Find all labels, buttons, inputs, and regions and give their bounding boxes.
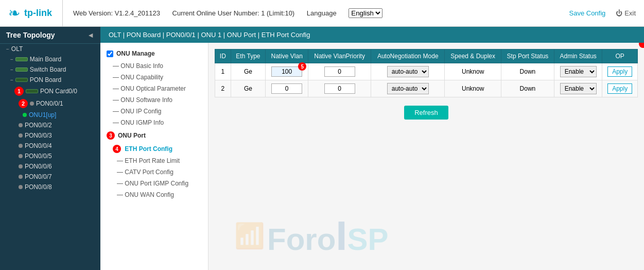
nav-section-header-onu-manage[interactable]: ONU Manage <box>100 47 208 60</box>
exit-button[interactable]: ⏻ Exit <box>616 9 636 17</box>
nav-item-catv-port[interactable]: — CATV Port Config <box>100 166 208 178</box>
sidebar-item-onu1[interactable]: ONU1[up] <box>0 110 100 120</box>
cell-stp-1: Down <box>501 63 554 80</box>
save-config-link[interactable]: Save Config <box>569 9 606 17</box>
logo-icon: ❧ <box>8 5 20 22</box>
cell-native-vlan-2 <box>266 80 308 97</box>
col-admin-status: Admin Status <box>554 49 602 63</box>
apply-button-1[interactable]: Apply <box>607 66 632 77</box>
badge-4: 4 <box>113 145 121 153</box>
cell-admin-2: Enable Disable <box>554 80 602 97</box>
watermark: 📶 ForoISP <box>234 212 389 260</box>
refresh-button[interactable]: Refresh <box>404 106 448 120</box>
cell-vlan-priority-1 <box>308 63 371 80</box>
badge-5: 5 <box>298 62 306 71</box>
dot-icon <box>30 102 34 106</box>
nav-item-eth-port-config[interactable]: 4 ETH Port Config <box>100 143 208 155</box>
nav-section-onu-port: 3 ONU Port 4 ETH Port Config — ETH Port … <box>100 128 208 200</box>
content-body: ONU Manage — ONU Basic Info — ONU Capabi… <box>100 43 644 270</box>
cell-op-1: Apply <box>602 63 638 80</box>
sidebar-item-pon001[interactable]: 2 PON0/0/1 <box>0 97 100 110</box>
dot-icon <box>19 133 23 138</box>
sidebar-item-ponboard[interactable]: − PON Board <box>0 75 100 85</box>
wifi-icon: 📶 <box>234 222 265 250</box>
left-nav: ONU Manage — ONU Basic Info — ONU Capabi… <box>100 43 208 270</box>
expand-icon: − <box>10 77 13 83</box>
cell-id-2: 2 <box>215 80 231 97</box>
sidebar-item-pon002[interactable]: PON0/0/2 <box>0 120 100 130</box>
sidebar-item-pon008[interactable]: PON0/0/8 <box>0 182 100 192</box>
col-op: OP <box>602 49 638 63</box>
admin-select-2[interactable]: Enable Disable <box>560 83 597 94</box>
watermark-text: ForoISP <box>267 212 389 260</box>
logo-area: ❧ tp-link <box>8 0 63 26</box>
auto-neg-select-1[interactable]: auto-auto 100-full 100-half 10-full 10-h… <box>387 66 429 77</box>
nav-item-onu-wan[interactable]: — ONU WAN Config <box>100 189 208 200</box>
cell-stp-2: Down <box>501 80 554 97</box>
sidebar-item-olt[interactable]: − OLT <box>0 44 100 54</box>
cell-vlan-priority-2 <box>308 80 371 97</box>
cell-eth-type-2: Ge <box>231 80 266 97</box>
admin-select-1[interactable]: Enable Disable <box>560 66 597 77</box>
col-native-vlan-priority: Native VlanPriority <box>308 49 371 63</box>
col-id: ID <box>215 49 231 63</box>
native-vlan-input-1[interactable] <box>271 66 302 77</box>
badge-1: 1 <box>14 87 24 96</box>
badge-2: 2 <box>19 99 28 108</box>
apply-button-2[interactable]: Apply <box>607 83 632 94</box>
nav-section-header-onu-port[interactable]: 3 ONU Port <box>100 128 208 143</box>
col-stp-status: Stp Port Status <box>501 49 554 63</box>
sidebar-item-pon003[interactable]: PON0/0/3 <box>0 130 100 141</box>
nav-item-onu-ip[interactable]: — ONU IP Config <box>100 106 208 117</box>
header: ❧ tp-link Web Version: V1.2.4_201123 Cur… <box>0 0 644 27</box>
dot-green-icon <box>23 113 27 117</box>
breadcrumb: OLT | PON Board | PON0/0/1 | ONU 1 | ONU… <box>100 27 644 43</box>
sidebar-title: Tree Topology ◄ <box>0 27 100 44</box>
nav-item-onu-software[interactable]: — ONU Software Info <box>100 94 208 106</box>
dot-icon <box>19 123 23 127</box>
nav-item-onu-basic-info[interactable]: — ONU Basic Info <box>100 60 208 72</box>
native-vlan-input-2[interactable] <box>271 83 302 94</box>
main-layout: Tree Topology ◄ − OLT − Main Board − Swi… <box>0 27 644 270</box>
cell-speed-1: Unknow <box>445 63 501 80</box>
nav-item-eth-rate-limit[interactable]: — ETH Port Rate Limit <box>100 155 208 166</box>
expand-icon: − <box>10 67 13 73</box>
sidebar-item-pon005[interactable]: PON0/0/5 <box>0 151 100 161</box>
pon-board-icon <box>15 78 28 82</box>
sidebar-item-pon004[interactable]: PON0/0/4 <box>0 141 100 151</box>
expand-icon: − <box>10 57 13 62</box>
nav-item-onu-capability[interactable]: — ONU Capability <box>100 72 208 83</box>
dot-icon <box>19 154 23 158</box>
language-select[interactable]: English <box>349 8 382 18</box>
table-row: 1 Ge 5 <box>215 63 638 80</box>
table-row: 2 Ge auto-auto 100-full <box>215 80 638 97</box>
badge-6 <box>639 43 644 48</box>
cell-auto-neg-1: auto-auto 100-full 100-half 10-full 10-h… <box>371 63 445 80</box>
nav-item-onu-optical[interactable]: — ONU Optical Parameter <box>100 83 208 94</box>
nav-item-port-igmp[interactable]: — ONU Port IGMP Config <box>100 178 208 189</box>
nav-item-onu-igmp[interactable]: — ONU IGMP Info <box>100 117 208 128</box>
sidebar-item-switchboard[interactable]: − Switch Board <box>0 64 100 75</box>
header-info: Web Version: V1.2.4_201123 Current Onlin… <box>73 8 559 18</box>
sidebar-item-pon007[interactable]: PON0/0/7 <box>0 172 100 182</box>
sidebar-item-poncard[interactable]: 1 PON Card0/0 <box>0 85 100 97</box>
eth-port-table: ID Eth Type Native Vlan Native VlanPrior… <box>215 49 638 97</box>
nav-section-onu-manage: ONU Manage — ONU Basic Info — ONU Capabi… <box>100 47 208 128</box>
cell-op-2: Apply <box>602 80 638 97</box>
badge-3: 3 <box>107 131 115 140</box>
auto-neg-select-2[interactable]: auto-auto 100-full 100-half 10-full 10-h… <box>387 83 429 94</box>
content-area: OLT | PON Board | PON0/0/1 | ONU 1 | ONU… <box>100 27 644 270</box>
sidebar-toggle-icon[interactable]: ◄ <box>87 31 94 39</box>
sidebar-item-mainboard[interactable]: − Main Board <box>0 54 100 64</box>
online-user: Current Online User Number: 1 (Limit:10) <box>172 9 295 17</box>
col-native-vlan: Native Vlan <box>266 49 308 63</box>
vlan-priority-input-2[interactable] <box>324 83 355 94</box>
nav-section-checkbox[interactable] <box>107 50 113 57</box>
dot-icon <box>19 144 23 148</box>
cell-admin-1: Enable Disable <box>554 63 602 80</box>
vlan-priority-input-1[interactable] <box>324 66 355 77</box>
cell-id-1: 1 <box>215 63 231 80</box>
sidebar-item-pon006[interactable]: PON0/0/6 <box>0 161 100 172</box>
dot-icon <box>19 185 23 189</box>
cell-auto-neg-2: auto-auto 100-full 100-half 10-full 10-h… <box>371 80 445 97</box>
